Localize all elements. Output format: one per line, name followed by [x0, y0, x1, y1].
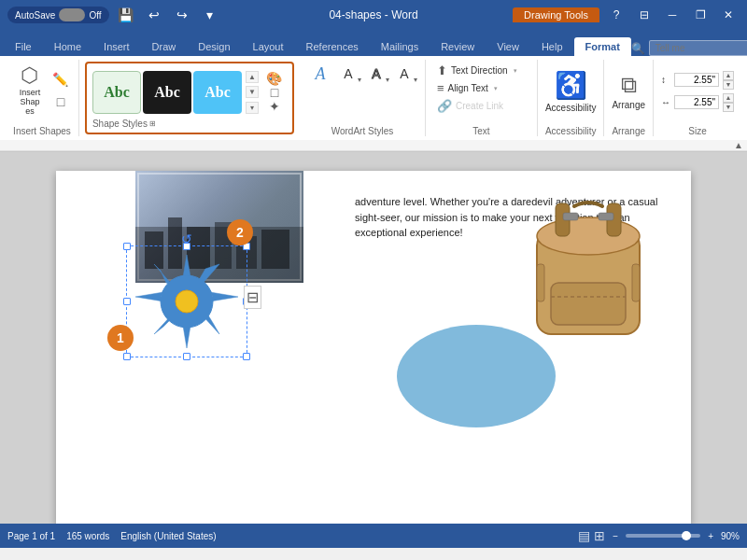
customize-qat-icon[interactable]: ▾	[199, 4, 221, 26]
shape-outline-button[interactable]: □	[50, 91, 71, 112]
tab-home[interactable]: Home	[43, 37, 92, 56]
align-text-button[interactable]: ≡ Align Text ▾	[433, 79, 529, 97]
tab-mailings[interactable]: Mailings	[370, 37, 430, 56]
handle-bottom-left[interactable]	[123, 353, 131, 360]
handle-middle-left[interactable]	[123, 298, 131, 305]
arrange-group-label: Arrange	[612, 126, 645, 136]
tab-insert[interactable]: Insert	[92, 37, 141, 56]
text-direction-icon: ⬆	[437, 63, 447, 77]
print-layout-icon[interactable]: ▤	[578, 528, 590, 543]
tab-review[interactable]: Review	[430, 37, 486, 56]
shape-tools: ✏️ □	[50, 69, 71, 112]
align-text-label: Align Text	[448, 83, 488, 93]
height-down-button[interactable]: ▼	[723, 80, 734, 90]
search-area: 🔍	[631, 40, 747, 56]
accessibility-button-label[interactable]: Accessibility	[545, 103, 596, 113]
svg-rect-13	[551, 283, 626, 325]
rotate-handle[interactable]: ↺	[181, 231, 192, 246]
tab-view[interactable]: View	[486, 37, 530, 56]
handle-top-left[interactable]	[123, 243, 131, 250]
ribbon-display-icon[interactable]: ⊟	[633, 6, 655, 24]
text-outline-button[interactable]: A ▾	[363, 63, 389, 84]
width-input[interactable]	[674, 95, 719, 109]
zoom-minus-button[interactable]: −	[613, 531, 618, 541]
create-link-icon: 🔗	[437, 99, 452, 113]
shape-outline-side-button[interactable]: □	[262, 86, 287, 99]
help-icon[interactable]: ?	[605, 6, 627, 24]
height-up-button[interactable]: ▲	[723, 71, 734, 80]
shape-styles-group: Abc Abc Abc ▲ ▼ ▾ 🎨 □ ✦ Shape Styles ⊞	[85, 62, 294, 134]
create-link-button: 🔗 Create Link	[433, 97, 529, 115]
scroll-up-button[interactable]: ▲	[246, 71, 259, 83]
svg-point-10	[397, 325, 556, 427]
page-info: Page 1 of 1	[7, 531, 55, 541]
shape-fill-button[interactable]: ✏️	[50, 69, 71, 90]
layout-icon-button[interactable]: ⊟	[244, 286, 261, 309]
restore-button[interactable]: ❐	[689, 6, 712, 24]
shape-style-2-button[interactable]: Abc	[143, 71, 191, 114]
web-layout-icon[interactable]: ⊞	[594, 528, 605, 543]
backpack-image	[514, 199, 663, 348]
tab-draw[interactable]: Draw	[141, 37, 188, 56]
svg-rect-16	[563, 213, 578, 220]
wordart-style-button[interactable]: A	[307, 63, 333, 84]
zoom-slider[interactable]	[626, 534, 700, 538]
badge-1: 1	[107, 325, 134, 351]
badge-2: 2	[227, 219, 253, 245]
tab-help[interactable]: Help	[530, 37, 574, 56]
svg-rect-17	[599, 213, 613, 220]
search-input[interactable]	[649, 40, 747, 56]
handle-bottom-right[interactable]	[243, 353, 250, 360]
size-group-label: Size	[688, 126, 706, 136]
shape-style-1-button[interactable]: Abc	[92, 71, 141, 114]
tab-references[interactable]: References	[295, 37, 370, 56]
shapes-button[interactable]: ⬡ Insert Shapes	[13, 62, 47, 119]
sun-shape-container[interactable]: ↺	[131, 250, 243, 362]
autosave-toggle[interactable]	[59, 8, 85, 21]
text-direction-button[interactable]: ⬆ Text Direction ▾	[433, 62, 529, 79]
text-fill-button[interactable]: A ▾	[335, 63, 361, 84]
shape-effects-button[interactable]: ✦	[262, 100, 287, 113]
minimize-button[interactable]: ─	[661, 6, 684, 24]
redo-icon[interactable]: ↪	[171, 4, 193, 26]
zoom-level: 90%	[721, 531, 740, 541]
text-effects-button[interactable]: A ▾	[391, 63, 417, 84]
tab-format[interactable]: Format	[574, 37, 631, 56]
svg-marker-6	[135, 292, 163, 301]
align-text-caret: ▾	[494, 85, 498, 92]
tab-layout[interactable]: Layout	[242, 37, 295, 56]
zoom-plus-button[interactable]: +	[708, 531, 713, 541]
undo-icon[interactable]: ↩	[143, 4, 165, 26]
tab-row: File Home Insert Draw Design Layout Refe…	[0, 30, 747, 56]
scroll-arrows: ▲ ▼ ▾	[246, 71, 259, 114]
shape-fill-side-button[interactable]: 🎨	[262, 72, 287, 85]
width-icon: ↔	[661, 97, 670, 107]
ribbon: File Home Insert Draw Design Layout Refe…	[0, 30, 747, 152]
width-down-button[interactable]: ▼	[723, 103, 734, 112]
width-spinner: ▲ ▼	[723, 93, 734, 112]
tab-design[interactable]: Design	[187, 37, 241, 56]
tab-file[interactable]: File	[4, 37, 43, 56]
scroll-down-button[interactable]: ▼	[246, 86, 259, 98]
save-icon[interactable]: 💾	[115, 4, 137, 26]
shape-style-3-button[interactable]: Abc	[193, 71, 242, 114]
expand-icon[interactable]: ⊞	[149, 119, 156, 128]
shapes-icon: ⬡	[21, 65, 38, 86]
svg-rect-19	[537, 264, 544, 301]
accessibility-group-label: Accessibility	[545, 126, 596, 136]
scroll-more-button[interactable]: ▾	[246, 102, 259, 114]
width-up-button[interactable]: ▲	[723, 93, 734, 103]
handle-bottom-center[interactable]	[183, 353, 190, 360]
close-button[interactable]: ✕	[717, 6, 740, 24]
autosave-control[interactable]: AutoSave Off	[7, 7, 109, 23]
status-bar: Page 1 of 1 165 words English (United St…	[0, 524, 747, 548]
height-icon: ↕	[661, 75, 670, 85]
arrange-button[interactable]: Arrange	[612, 100, 645, 110]
height-input[interactable]	[674, 73, 719, 87]
shape-styles-label: Shape Styles ⊞	[92, 119, 287, 129]
svg-point-12	[537, 217, 640, 255]
ellipse-svg	[392, 320, 560, 432]
height-spinner: ▲ ▼	[723, 71, 734, 90]
word-count: 165 words	[66, 531, 109, 541]
collapse-ribbon-button[interactable]: ▲	[734, 140, 743, 150]
